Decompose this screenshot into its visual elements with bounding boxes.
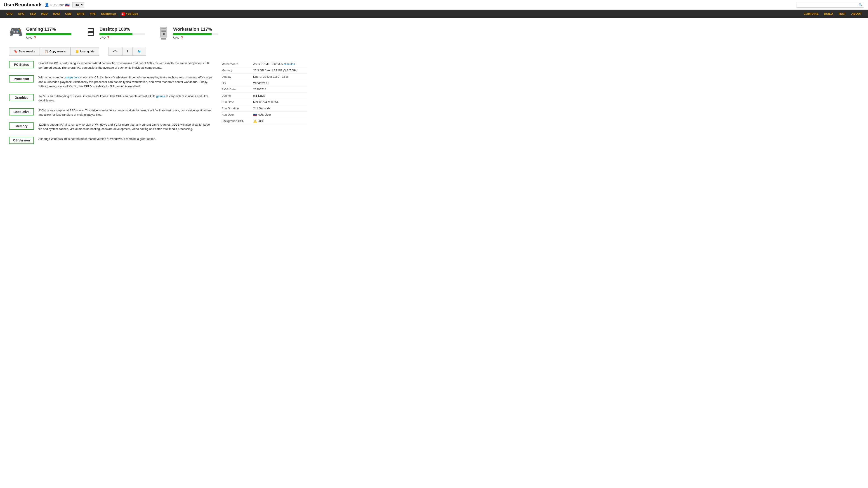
sysinfo-runuser: Run User 🇷🇺 RUS-User [221, 111, 307, 118]
social-buttons: </> f 🐦 [108, 47, 146, 56]
nav-gpu[interactable]: GPU [15, 10, 27, 18]
workstation-help-icon[interactable]: ❓ [180, 36, 184, 39]
sysinfo-motherboard-val: Asus PRIME B365M-A all builds [253, 62, 295, 66]
user-guide-button[interactable]: 📒 User guide [70, 47, 99, 56]
sysinfo-rundate-key: Run Date [221, 100, 253, 104]
memory-badge[interactable]: Memory [9, 123, 34, 130]
sysinfo-bgcpu-val: ⚠️ 20% [253, 119, 264, 123]
left-panel: PC Status Overall this PC is performing … [9, 61, 213, 149]
svg-rect-3 [161, 31, 166, 32]
embed-button[interactable]: </> [108, 47, 122, 56]
pc-status-badge[interactable]: PC Status [9, 61, 34, 68]
copy-icon: 📋 [44, 50, 48, 53]
top-bar: UserBenchmark 👤 RUS-User 🇷🇺 RU EN 🔍 [0, 0, 868, 10]
boot-drive-item: Boot Drive 336% is an exceptional SSD sc… [9, 108, 213, 117]
workstation-score-card: Workstation 117% UFO ❓ [158, 27, 218, 40]
facebook-button[interactable]: f [122, 47, 133, 56]
gamepad-icon: 🎮 [9, 27, 23, 37]
gaming-score-info: Gaming 137% UFO ❓ [26, 27, 71, 39]
sysinfo-runuser-key: Run User [221, 113, 253, 116]
nav-usb[interactable]: USB [62, 10, 74, 18]
sysinfo-uptime: Uptime 0.1 Days [221, 93, 307, 99]
nav-skillbench[interactable]: SkillBench [98, 10, 119, 18]
os-version-badge[interactable]: OS Version [9, 137, 34, 144]
save-label: Save results [19, 50, 35, 53]
nav-ssd[interactable]: SSD [27, 10, 39, 18]
sysinfo-runduration-val: 241 Seconds [253, 107, 270, 110]
svg-rect-5 [160, 37, 167, 38]
desktop-score-bar [99, 33, 132, 35]
twitter-button[interactable]: 🐦 [133, 47, 146, 56]
sysinfo-rundate-val: Mar 05 '24 at 09:54 [253, 100, 278, 104]
desktop-score-info: Desktop 100% UFO ❓ [99, 27, 145, 39]
sysinfo-bios-key: BIOS Date [221, 88, 253, 91]
user-icon: 👤 [44, 3, 49, 7]
sysinfo-uptime-key: Uptime [221, 94, 253, 97]
nav-ram[interactable]: RAM [51, 10, 63, 18]
nav-fps[interactable]: FPS [87, 10, 98, 18]
workstation-score-bar-container [173, 33, 218, 35]
copy-results-button[interactable]: 📋 Copy results [40, 47, 70, 56]
sysinfo-display-val: Цвета: 3840 x 2160 - 32 Bit [253, 75, 289, 78]
search-icon[interactable]: 🔍 [859, 3, 862, 6]
pc-status-item: PC Status Overall this PC is performing … [9, 61, 213, 70]
bookmark-icon: 🔖 [14, 50, 18, 53]
language-select[interactable]: RU EN [72, 2, 84, 7]
memory-text: 32GB is enough RAM to run any version of… [38, 123, 213, 131]
nav-cpu[interactable]: CPU [4, 10, 15, 18]
right-panel: Motherboard Asus PRIME B365M-A all build… [221, 61, 307, 149]
sysinfo-os-key: OS [221, 81, 253, 85]
gaming-help-icon[interactable]: ❓ [33, 36, 37, 39]
sysinfo-display-key: Display [221, 75, 253, 78]
desktop-score-card: 🖥 Desktop 100% UFO ❓ [85, 27, 145, 39]
processor-badge[interactable]: Processor [9, 75, 34, 83]
svg-rect-1 [161, 29, 166, 29]
desktop-score-sub: UFO ❓ [99, 36, 145, 39]
sysinfo-bgcpu-key: Background CPU [221, 119, 253, 123]
boot-drive-badge[interactable]: Boot Drive [9, 108, 34, 116]
save-results-button[interactable]: 🔖 Save results [9, 47, 40, 56]
gaming-score-title: Gaming 137% [26, 27, 71, 32]
sysinfo-uptime-val: 0.1 Days [253, 94, 265, 97]
graphics-badge[interactable]: Graphics [9, 94, 34, 101]
workstation-score-bar [173, 33, 212, 35]
nav-test[interactable]: TEST [836, 10, 848, 18]
nav-hdd[interactable]: HDD [38, 10, 50, 18]
main-content: 🎮 Gaming 137% UFO ❓ 🖥 Desktop 100% [0, 18, 316, 154]
guide-label: User guide [80, 50, 94, 53]
processor-text: With an outstanding single core score, t… [38, 75, 213, 89]
sysinfo-runuser-val: 🇷🇺 RUS-User [253, 113, 271, 116]
nav-build[interactable]: BUILD [821, 10, 836, 18]
score-cards: 🎮 Gaming 137% UFO ❓ 🖥 Desktop 100% [9, 27, 307, 40]
nav-bar: CPU GPU SSD HDD RAM USB EFPS FPS SkillBe… [0, 10, 868, 18]
sysinfo-memory: Memory 20.3 GB free of 32 GB @ 2.7 GHz [221, 67, 307, 74]
all-builds-link[interactable]: all builds [283, 62, 295, 66]
sysinfo-runduration: Run Duration 241 Seconds [221, 105, 307, 111]
boot-drive-text: 336% is an exceptional SSD score. This d… [38, 108, 213, 117]
games-link[interactable]: games [156, 94, 165, 98]
desktop-help-icon[interactable]: ❓ [106, 36, 110, 39]
nav-compare[interactable]: COMPARE [801, 10, 821, 18]
desktop-score-title: Desktop 100% [99, 27, 145, 32]
processor-item: Processor With an outstanding single cor… [9, 75, 213, 89]
desktop-score-bar-container [99, 33, 145, 35]
nav-about[interactable]: ABOUT [848, 10, 864, 18]
os-version-item: OS Version Although Windows 10 is not th… [9, 137, 213, 144]
nav-efps[interactable]: EFPS [74, 10, 87, 18]
copy-label: Copy results [50, 50, 66, 53]
search-input[interactable] [799, 3, 859, 6]
sysinfo-display: Display Цвета: 3840 x 2160 - 32 Bit [221, 74, 307, 80]
username: RUS-User [51, 3, 64, 6]
svg-rect-6 [161, 38, 166, 39]
nav-youtube[interactable]: ▶ YouTube [119, 10, 141, 18]
sysinfo-bios-val: 20200714 [253, 88, 266, 91]
sysinfo-bios: BIOS Date 20200714 [221, 86, 307, 93]
run-user-flag: 🇷🇺 [253, 113, 258, 116]
action-buttons-row: 🔖 Save results 📋 Copy results 📒 User gui… [9, 47, 307, 56]
single-core-link[interactable]: single core [65, 76, 80, 79]
sysinfo-memory-key: Memory [221, 69, 253, 72]
svg-rect-2 [161, 30, 166, 31]
sysinfo-motherboard-key: Motherboard [221, 62, 253, 66]
user-info: 👤 RUS-User 🇷🇺 [44, 3, 70, 7]
workstation-score-info: Workstation 117% UFO ❓ [173, 27, 218, 39]
